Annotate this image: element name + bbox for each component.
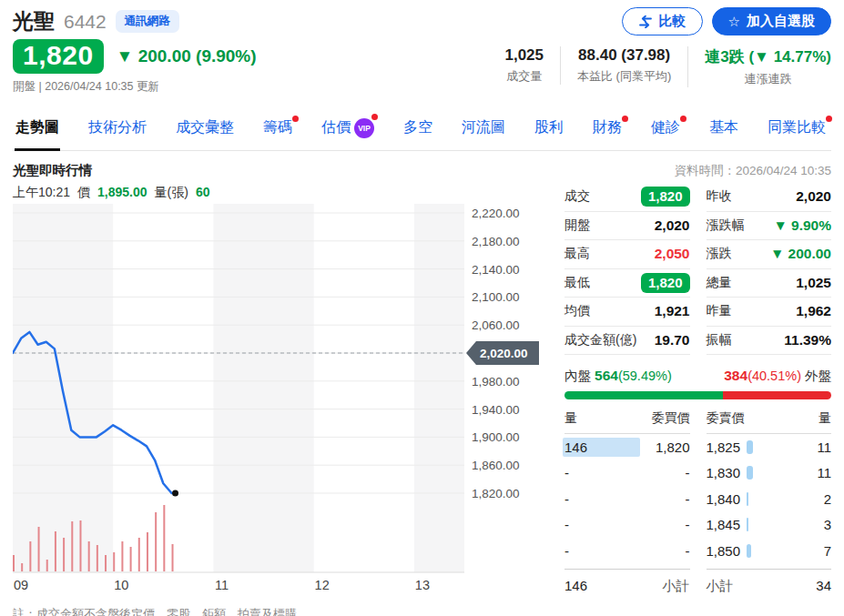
stat-volume: 1,025成交量 — [488, 46, 560, 85]
quote-label: 昨量 — [707, 303, 732, 319]
quote-row-prev-vol: 昨量1,962 — [707, 298, 832, 327]
quote-value: ▼ 9.90% — [773, 217, 831, 234]
tab-long-short[interactable]: 多空 — [402, 107, 433, 150]
bid-qty: - — [564, 491, 569, 507]
y-tick-label: 2,060.00 — [472, 318, 520, 332]
outer-ratio-bar — [723, 391, 831, 399]
tab-river-chart[interactable]: 河流圖 — [461, 107, 506, 150]
tab-label: 技術分析 — [88, 119, 147, 135]
inner-outer-section: 內盤 564(59.49%) 384(40.51%) 外盤 — [564, 368, 831, 399]
notification-dot — [371, 114, 378, 120]
category-tag[interactable]: 通訊網路 — [116, 10, 179, 33]
chart-hover-info: 上午10:21 價 1,895.00 量(張) 60 — [13, 185, 550, 201]
notification-dot — [292, 116, 299, 122]
intraday-price-chart[interactable]: 2,220.002,180.002,140.002,100.002,060.00… — [13, 204, 550, 599]
last-price-dot — [172, 490, 178, 497]
hover-price: 1,895.00 — [97, 185, 147, 201]
tab-label: 同業比較 — [768, 119, 826, 135]
tab-chips[interactable]: 籌碼 — [262, 107, 293, 150]
x-tick-label: 11 — [215, 578, 229, 592]
tab-trend[interactable]: 走勢圖 — [15, 107, 60, 150]
quote-label: 均價 — [564, 303, 590, 319]
tab-label: 股利 — [534, 119, 564, 135]
bid-qty-header: 量 — [564, 410, 577, 427]
ask-price: 1,830 — [707, 465, 741, 480]
quote-row-prev-close: 昨收2,020 — [707, 183, 832, 212]
ask-qty-header: 量 — [819, 410, 831, 427]
x-tick-label: 13 — [415, 578, 430, 592]
tab-label: 成交彙整 — [176, 119, 234, 135]
tab-label: 基本 — [709, 119, 738, 135]
outer-lot-stat: 384(40.51%) 外盤 — [724, 368, 831, 385]
inner-lot-stat: 內盤 564(59.49%) — [564, 368, 672, 385]
tab-technical[interactable]: 技術分析 — [87, 107, 147, 150]
ask-qty: 2 — [824, 491, 831, 507]
tab-checkup[interactable]: 健診 — [650, 107, 681, 150]
quote-column-right: 昨收2,020漲跌幅▼ 9.90%漲跌▼ 200.00總量1,025昨量1,96… — [707, 183, 832, 355]
ask-depth-bar — [747, 544, 750, 558]
order-book: 量 委買價 1461,820-------- 146 小計 委賣價 量 — [564, 410, 831, 595]
ask-price: 1,840 — [707, 491, 741, 507]
hover-vol: 60 — [196, 185, 210, 201]
bid-price: - — [686, 543, 690, 559]
tab-dividend[interactable]: 股利 — [534, 107, 564, 150]
tab-label: 財務 — [593, 119, 622, 135]
tab-label: 河流圖 — [462, 119, 505, 135]
y-tick-label: 1,940.00 — [472, 403, 520, 417]
bid-subtotal-label: 小計 — [663, 578, 690, 595]
tab-peer-compare[interactable]: 同業比較 — [767, 107, 827, 150]
quote-value: 1,921 — [655, 303, 690, 319]
chart-title: 光聖即時行情 — [13, 162, 92, 179]
tab-valuation[interactable]: 估價VIP — [320, 107, 375, 150]
y-tick-label: 2,180.00 — [472, 235, 520, 248]
tab-transactions[interactable]: 成交彙整 — [175, 107, 235, 150]
stat-label: 連漲連跌 — [705, 71, 831, 87]
ask-subtotal-label: 小計 — [707, 578, 734, 595]
stat-value: 88.40 (37.98) — [577, 46, 671, 65]
stock-page: 光聖 6442 通訊網路 比較 ☆ 加入自選股 1 — [0, 0, 844, 616]
bid-row: -- — [564, 486, 690, 512]
quote-panel: 成交1,820開盤2,020最高2,050最低1,820均價1,921成交金額(… — [564, 183, 831, 616]
quote-row-deal: 成交1,820 — [564, 183, 690, 212]
tab-financials[interactable]: 財務 — [592, 107, 623, 150]
ask-price: 1,850 — [707, 543, 741, 559]
quote-label: 開盤 — [564, 217, 590, 234]
y-tick-label: 1,820.00 — [472, 487, 520, 500]
quote-value: 1,962 — [796, 303, 831, 319]
quote-row-total-vol: 總量1,025 — [707, 269, 832, 298]
compare-button[interactable]: 比較 — [622, 7, 703, 35]
tab-basics[interactable]: 基本 — [708, 107, 739, 150]
y-tick-label: 1,860.00 — [472, 459, 520, 472]
hour-band — [414, 204, 464, 572]
ask-row: 1,82511 — [707, 434, 832, 460]
x-tick-label: 10 — [114, 578, 128, 592]
notification-dot — [680, 116, 686, 122]
stat-label: 成交量 — [504, 68, 544, 85]
bid-subtotal-value: 146 — [564, 578, 587, 595]
bid-price: - — [686, 517, 690, 532]
quote-row-amount: 成交金額(億)19.70 — [564, 327, 690, 356]
stock-header: 光聖 6442 通訊網路 比較 ☆ 加入自選股 1 — [13, 7, 831, 95]
price-change: ▼ 200.00 (9.90%) — [117, 46, 257, 66]
ask-row: 1,8507 — [707, 538, 832, 564]
bid-row: -- — [564, 512, 690, 539]
bid-row: -- — [564, 538, 690, 564]
notification-dot — [622, 116, 628, 122]
bid-price: - — [686, 491, 690, 507]
quote-value: 1,025 — [796, 275, 831, 291]
ask-row: 1,8402 — [707, 486, 832, 512]
x-tick-label: 12 — [315, 578, 330, 592]
quote-value: 1,820 — [641, 273, 690, 293]
stat-value: 1,025 — [504, 46, 544, 65]
quote-label: 總量 — [707, 275, 732, 291]
tab-label: 估價 — [321, 119, 351, 135]
hour-band — [213, 204, 313, 572]
x-tick-label: 09 — [14, 578, 28, 592]
bid-price: - — [686, 465, 690, 480]
data-time: 資料時間：2026/04/24 10:35 — [674, 163, 831, 179]
tab-label: 籌碼 — [263, 119, 292, 135]
add-watchlist-button[interactable]: ☆ 加入自選股 — [712, 7, 831, 35]
compare-icon — [638, 15, 653, 28]
ask-price: 1,845 — [707, 517, 741, 532]
hover-time: 上午10:21 — [13, 185, 70, 201]
